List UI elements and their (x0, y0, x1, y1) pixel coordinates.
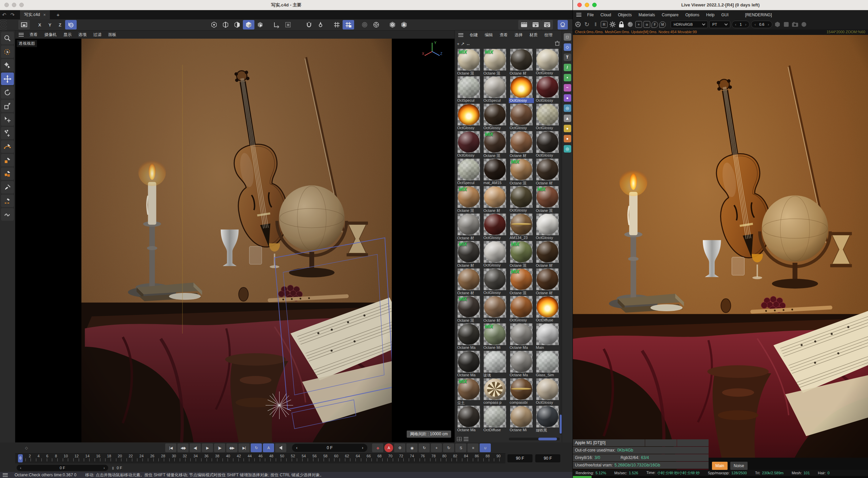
material-item[interactable]: OctDiffuse (535, 296, 560, 323)
magnet-snap-button[interactable] (303, 20, 315, 29)
octane-liveviewer-button[interactable] (558, 20, 568, 29)
material-item[interactable]: MIXOctane 混 (509, 159, 534, 185)
auto-mode-button[interactable]: A (398, 20, 410, 29)
material-item[interactable]: OctGlossy (535, 76, 560, 103)
grid-button[interactable] (331, 20, 343, 29)
material-item[interactable]: MIXOctane 混 (482, 131, 507, 158)
render-settings-icon[interactable] (609, 21, 616, 28)
material-preview[interactable] (510, 406, 533, 427)
object-buffer-button[interactable]: o (643, 21, 650, 28)
camera-icon[interactable]: ▲ (564, 115, 571, 122)
dots-icon[interactable]: • (564, 74, 571, 81)
timeline-ruler[interactable]: 0246810121416182022242628303234363840424… (15, 453, 505, 463)
material-preview[interactable] (536, 159, 559, 180)
material-preview[interactable]: MIX (458, 186, 480, 208)
lock-resolution-icon[interactable] (618, 21, 625, 28)
material-preview[interactable] (536, 268, 559, 290)
material-preview[interactable] (536, 131, 559, 153)
brush-tool-button[interactable] (1, 181, 14, 194)
material-item[interactable]: Octane Ma (456, 406, 481, 433)
line-cut-tool-button[interactable] (1, 195, 14, 207)
rotate-tool-button[interactable] (1, 86, 14, 99)
plane-button[interactable] (282, 20, 294, 29)
menu-item-面板[interactable]: 面板 (105, 31, 119, 39)
material-item[interactable]: MIXOctane 混 (456, 186, 481, 213)
menu-item-GUI[interactable]: GUI (718, 12, 731, 18)
render-view[interactable] (573, 35, 868, 478)
material-preview[interactable] (458, 131, 480, 153)
menu-item-材质[interactable]: 材质 (526, 31, 541, 39)
material-item[interactable]: OctGlossy (482, 268, 507, 295)
next-key-button[interactable]: ◆▶ (226, 443, 237, 452)
globe-icon[interactable]: ◎ (564, 145, 571, 153)
material-item[interactable]: 玻璃 (482, 351, 507, 378)
material-item[interactable]: OctGlossy (535, 104, 560, 131)
menu-item-查看[interactable]: 查看 (26, 31, 41, 39)
material-item[interactable]: Glass_Sim (535, 351, 560, 378)
octane-logo-icon[interactable] (574, 21, 582, 28)
record-position-button[interactable]: ◉ (406, 443, 418, 452)
live-selection-tool-button[interactable] (1, 45, 14, 58)
texture-mode-button[interactable] (254, 20, 266, 29)
colorspace-select[interactable]: HDR/sRGB (671, 21, 708, 28)
menu-item-Cloud[interactable]: Cloud (597, 12, 614, 18)
material-item[interactable]: OctSpecul (482, 76, 507, 103)
material-item[interactable]: OctGlossy (509, 76, 534, 103)
menu-item-纹理[interactable]: 纹理 (541, 31, 556, 39)
kernel-select[interactable]: PT (709, 21, 730, 28)
material-preview[interactable]: MIX (458, 296, 480, 318)
material-preview[interactable]: MIX (458, 378, 480, 400)
delete-material-icon[interactable] (555, 41, 560, 47)
points-mode-button[interactable] (208, 20, 220, 29)
material-item[interactable]: Octane 材 (535, 268, 560, 295)
material-preview[interactable]: MIX (484, 49, 506, 71)
grid-lock-button[interactable] (343, 20, 354, 29)
material-item[interactable]: Octane Ma (456, 323, 481, 350)
material-preview[interactable] (458, 76, 480, 98)
material-preview[interactable] (484, 159, 506, 180)
focus-pick-button[interactable]: F (652, 21, 658, 28)
material-item[interactable]: MIXOctane 材 (456, 241, 481, 268)
snap-settings-icon[interactable] (315, 20, 326, 29)
icon-view-icon[interactable] (457, 437, 462, 441)
cube-icon[interactable]: ◇ (564, 43, 571, 51)
model-mode-button[interactable] (243, 20, 254, 29)
frame-range-stepper[interactable]: ‹ 0 F › (17, 465, 108, 471)
material-item[interactable]: OctGlossy (482, 214, 507, 240)
viewport-solo-button[interactable] (387, 20, 398, 29)
material-preview[interactable] (536, 49, 559, 71)
material-item[interactable]: Octane 材 (482, 296, 507, 323)
material-item[interactable]: OctGlossy (509, 296, 534, 323)
material-preview[interactable] (510, 378, 533, 400)
material-item[interactable]: MIXOctane 混 (509, 268, 534, 295)
new-tab-icon[interactable]: + (55, 12, 62, 18)
material-preview[interactable]: MIX (458, 49, 480, 71)
menu-item-摄像机[interactable]: 摄像机 (41, 31, 60, 39)
material-preview[interactable] (484, 378, 506, 400)
material-preview[interactable] (510, 351, 533, 373)
material-item[interactable]: OctGlossy (509, 186, 534, 213)
region-render-button[interactable]: R (601, 21, 607, 28)
menu-item-Materials[interactable]: Materials (635, 12, 658, 18)
menu-item-Objects[interactable]: Objects (615, 12, 635, 18)
layer-button[interactable]: ≡ (467, 443, 479, 452)
material-preview[interactable] (484, 351, 506, 373)
material-item[interactable]: Octane 材 (456, 268, 481, 295)
prev-frame-button[interactable]: ◀| (190, 443, 201, 452)
spline-primitive-tool-button[interactable] (1, 154, 14, 166)
multi-transform-tool-button[interactable] (1, 127, 14, 139)
material-preview[interactable] (510, 186, 533, 208)
range-dec-icon[interactable]: ‹ (20, 466, 21, 470)
material-preview[interactable] (510, 214, 533, 235)
axis-x-button[interactable]: X (35, 20, 45, 29)
material-preview[interactable] (458, 406, 480, 427)
material-preview[interactable] (536, 296, 559, 318)
plane-preview-icon[interactable] (783, 21, 790, 28)
current-frame-field[interactable]: ‹ 0 F › (292, 444, 367, 452)
material-item[interactable]: OctGlossy (535, 49, 560, 76)
record-keyframe-button[interactable]: ◆ (372, 443, 383, 452)
viewport-menu-icon[interactable] (19, 33, 24, 37)
material-preview[interactable] (536, 406, 559, 427)
axis-y-button[interactable]: Y (45, 20, 55, 29)
material-menu-icon[interactable] (458, 33, 463, 37)
